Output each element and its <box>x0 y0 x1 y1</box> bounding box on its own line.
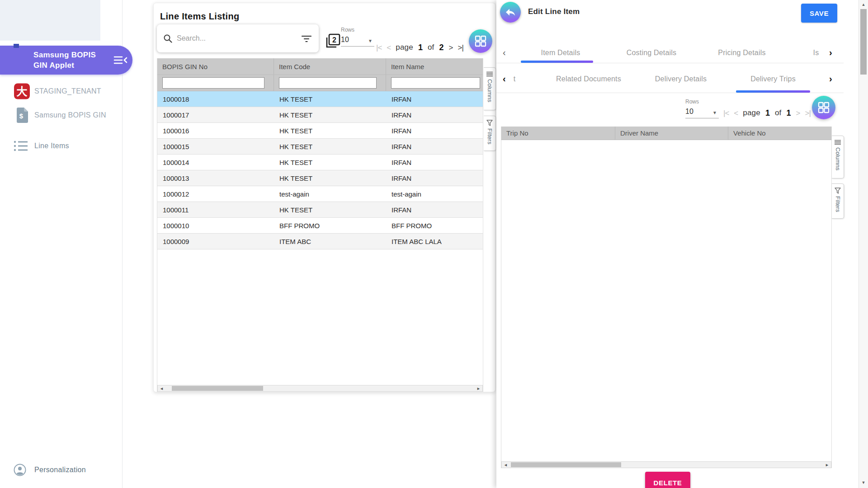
rows-per-page-select[interactable]: 10 ▼ <box>341 36 374 47</box>
columns-tab-label: Columns <box>835 147 841 170</box>
scroll-up-icon[interactable]: ▲ <box>859 2 868 7</box>
sidebar-collapse-icon[interactable] <box>113 55 127 65</box>
sidebar-item-tenant[interactable]: 大 STAGING_TENANT <box>0 81 122 102</box>
filter-input-item-name[interactable] <box>391 77 480 89</box>
tabs-scroll-right-icon[interactable]: › <box>829 74 832 84</box>
prev-page-button[interactable]: < <box>387 44 391 52</box>
filters-funnel-icon <box>486 120 493 126</box>
secondary-tab-strip: ‹ t Related Documents Delivery Details D… <box>496 63 844 93</box>
last-page-button[interactable]: >| <box>805 109 810 117</box>
sidebar-item-line-items[interactable]: Line Items <box>0 136 122 156</box>
table-row[interactable]: 1000016 HK TESET IRFAN <box>157 123 483 139</box>
cell-code: HK TESET <box>274 127 386 135</box>
first-page-button[interactable]: |< <box>723 109 729 117</box>
table-row[interactable]: 1000015 HK TESET IRFAN <box>157 139 483 155</box>
table-row[interactable]: 1000014 HK TESET IRFAN <box>157 155 483 170</box>
sidebar-item-label: Line Items <box>34 142 69 150</box>
filters-side-tab[interactable]: Filters <box>832 183 844 219</box>
filter-input-bopis-gin-no[interactable] <box>162 77 264 89</box>
scroll-down-icon[interactable]: ▼ <box>859 480 868 485</box>
search-box <box>157 24 319 52</box>
cell-name: IRFAN <box>386 159 483 166</box>
columns-side-tab[interactable]: Columns <box>484 67 496 110</box>
prev-page-button[interactable]: < <box>734 109 738 117</box>
line-items-rows: 1000018 HK TESET IRFAN 1000017 HK TESET … <box>157 91 483 249</box>
cell-name: BFF PROMO <box>386 222 483 230</box>
save-button[interactable]: SAVE <box>801 4 837 23</box>
back-button[interactable] <box>500 2 521 23</box>
cell-code: HK TESET <box>274 95 386 103</box>
grid-icon <box>818 102 830 113</box>
tab-costing-details[interactable]: Costing Details <box>627 49 677 57</box>
scrollbar-thumb[interactable] <box>511 462 621 467</box>
tab-pricing-details[interactable]: Pricing Details <box>718 49 765 57</box>
column-header-item-name[interactable]: Item Name <box>386 58 483 75</box>
grid-icon <box>475 35 486 47</box>
tab-delivery-trips[interactable]: Delivery Trips <box>750 75 796 83</box>
table-row[interactable]: 1000010 BFF PROMO BFF PROMO <box>157 218 483 234</box>
cell-code: test-again <box>274 190 386 198</box>
last-page-button[interactable]: >| <box>458 44 463 52</box>
search-icon <box>163 34 172 43</box>
grid-view-button[interactable] <box>469 29 492 53</box>
filters-side-tab[interactable]: Filters <box>484 116 496 151</box>
tab-truncated[interactable]: t <box>514 75 516 83</box>
sidebar-item-bopis-gin[interactable]: $ Samsung BOPIS GIN <box>0 105 122 126</box>
columns-side-tab[interactable]: Columns <box>832 136 844 178</box>
tabs-scroll-right-icon[interactable]: › <box>829 47 832 58</box>
tab-item-details[interactable]: Item Details <box>541 49 580 57</box>
cell-name: IRFAN <box>386 111 483 119</box>
table-row[interactable]: 1000012 test-again test-again <box>157 186 483 202</box>
search-input[interactable] <box>177 34 285 42</box>
stacked-pages-icon[interactable]: 2 <box>324 33 341 50</box>
table-header-row: BOPIS GIN No Item Code Item Name <box>157 58 483 75</box>
rows-per-page-select[interactable]: 10 ▼ <box>685 108 719 118</box>
cell-gin: 1000010 <box>157 222 274 230</box>
next-page-button[interactable]: > <box>449 44 453 52</box>
table-row[interactable]: 1000017 HK TESET IRFAN <box>157 107 483 123</box>
sidebar-item-label: STAGING_TENANT <box>34 87 101 95</box>
cell-gin: 1000009 <box>157 238 274 245</box>
tab-related-documents[interactable]: Related Documents <box>556 75 621 83</box>
tab-delivery-details[interactable]: Delivery Details <box>655 75 707 83</box>
column-header-bopis-gin-no[interactable]: BOPIS GIN No <box>157 58 274 75</box>
filter-icon[interactable] <box>302 35 311 42</box>
tabs-scroll-left-icon[interactable]: ‹ <box>503 74 506 84</box>
sidebar-item-personalization[interactable]: Personalization <box>0 460 122 480</box>
svg-text:大: 大 <box>17 85 28 98</box>
table-row[interactable]: 1000009 ITEM ABC ITEM ABC LALA <box>157 234 483 249</box>
editor-title: Edit Line Item <box>528 7 580 16</box>
columns-grip-icon <box>835 140 841 145</box>
table-row[interactable]: 1000011 HK TESET IRFAN <box>157 202 483 218</box>
table-row[interactable]: 1000013 HK TESET IRFAN <box>157 170 483 186</box>
filter-input-item-code[interactable] <box>279 77 377 89</box>
column-header-vehicle-no[interactable]: Vehicle No <box>728 127 831 140</box>
applet-title-pill: Samsung BOPIS GIN Applet <box>0 46 132 75</box>
first-page-button[interactable]: |< <box>376 44 382 52</box>
total-pages-number: 2 <box>439 43 444 52</box>
column-header-item-code[interactable]: Item Code <box>274 58 386 75</box>
column-header-driver-name[interactable]: Driver Name <box>615 127 728 140</box>
tabs-scroll-left-icon[interactable]: ‹ <box>503 47 506 58</box>
cell-gin: 1000011 <box>157 206 274 214</box>
columns-grip-icon <box>486 71 493 77</box>
scrollbar-thumb[interactable] <box>860 9 867 75</box>
next-page-button[interactable]: > <box>796 109 800 117</box>
sidebar: Samsung BOPIS GIN Applet 大 STAGING_TENAN… <box>0 0 122 488</box>
cell-name: IRFAN <box>386 143 483 150</box>
scroll-left-icon[interactable]: ◄ <box>160 386 164 391</box>
delete-button[interactable]: DELETE <box>645 472 690 488</box>
table-row[interactable]: 1000018 HK TESET IRFAN <box>157 91 483 107</box>
scroll-right-icon[interactable]: ► <box>476 386 481 391</box>
pill-notch <box>14 44 19 48</box>
page-word: page <box>743 108 760 117</box>
column-header-trip-no[interactable]: Trip No <box>501 127 615 140</box>
scroll-left-icon[interactable]: ◄ <box>504 462 508 468</box>
scroll-right-icon[interactable]: ► <box>825 462 829 468</box>
grid-view-button[interactable] <box>812 96 835 119</box>
tab-is-truncated[interactable]: Is <box>813 49 819 57</box>
cell-name: test-again <box>386 190 483 198</box>
page-word: page <box>396 43 413 52</box>
scrollbar-thumb[interactable] <box>172 386 263 391</box>
cell-name: IRFAN <box>386 95 483 103</box>
